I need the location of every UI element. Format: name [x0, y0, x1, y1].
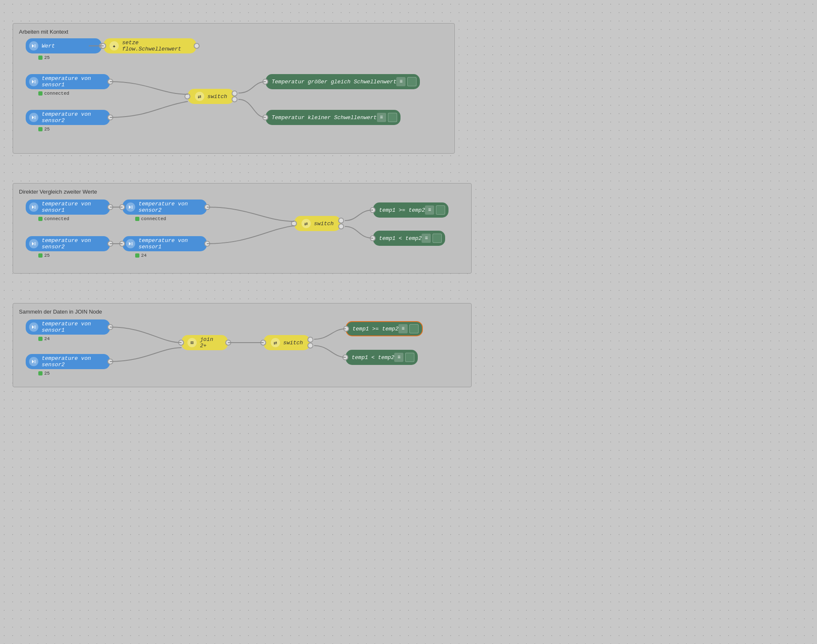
- switch1-label: switch: [208, 93, 227, 100]
- switch-g3[interactable]: ⇄ switch: [264, 335, 310, 350]
- join-icon: ⊞: [187, 338, 197, 347]
- inject-g2-dot4: [135, 253, 139, 258]
- join-port-left: [178, 340, 184, 346]
- inject-temp2-port-right: [107, 114, 113, 120]
- debug-g3-1[interactable]: temp1 >= temp2 ≡: [346, 321, 423, 336]
- switch-g2-port-right-top: [338, 218, 344, 224]
- debug-g3-2[interactable]: temp1 < temp2 ≡: [346, 350, 418, 365]
- inject-g2-status2: 25: [38, 253, 50, 258]
- debug2-menu[interactable]: ≡: [377, 113, 386, 122]
- debug1-port-left: [262, 79, 268, 85]
- inject-g2-label1: temperature von sensor1: [42, 201, 104, 213]
- inject-wert-status: 25: [38, 55, 50, 60]
- inject-temp2-label: temperature von sensor2: [42, 111, 104, 124]
- debug-g2-2-port-left: [370, 235, 376, 241]
- inject-g2-icon3: ⏯: [126, 202, 135, 212]
- debug-g3-1-label: temp1 >= temp2: [352, 326, 398, 332]
- inject-temp-sensor2[interactable]: ⏯ temperature von sensor2 25: [26, 110, 110, 125]
- debug-g2-1[interactable]: temp1 >= temp2 ≡: [373, 202, 449, 218]
- node-red-canvas: Arbeiten mit Kontext ⏯ Wert 25 ✦ setze f…: [0, 0, 817, 644]
- inject-icon: ⏯: [29, 41, 38, 51]
- inject-g2-sensor1[interactable]: ⏯ temperature von sensor1 connected: [26, 200, 110, 215]
- inject-wert[interactable]: ⏯ Wert 25: [26, 38, 101, 53]
- switch-g2-label: switch: [314, 221, 334, 227]
- inject-g2-sensor2-top[interactable]: ⏯ temperature von sensor2 connected: [123, 200, 207, 215]
- switch-g3-port-left: [260, 340, 266, 346]
- inject-g3-dot1: [38, 337, 43, 341]
- group3-title: Sammeln der Daten in JOIN Node: [19, 309, 465, 315]
- inject-g3-label2: temperature von sensor2: [42, 355, 104, 368]
- inject-g3-sensor2[interactable]: ⏯ temperature von sensor2 25: [26, 354, 110, 369]
- switch1-port-right-top: [232, 90, 238, 96]
- inject-g2-status4: 24: [135, 253, 147, 258]
- join-node[interactable]: ⊞ join 2+: [182, 335, 228, 350]
- inject-g2-dot3: [135, 217, 139, 221]
- inject-g3-dot2: [38, 371, 43, 375]
- inject-g3-label1: temperature von sensor1: [42, 321, 104, 333]
- inject-g3-port-right2: [107, 359, 113, 365]
- group3-wires: [13, 303, 471, 387]
- switch-g2-port-left: [291, 221, 297, 226]
- debug-g3-2-menu[interactable]: ≡: [394, 353, 403, 362]
- inject-temp2-status-dot: [38, 127, 43, 131]
- debug-g2-1-label: temp1 >= temp2: [379, 207, 425, 213]
- debug2-square: [388, 113, 397, 122]
- inject-icon3: ⏯: [29, 113, 38, 122]
- debug1-menu[interactable]: ≡: [396, 77, 406, 86]
- debug1-square: [407, 77, 417, 86]
- group-arbeiten-mit-kontext: Arbeiten mit Kontext ⏯ Wert 25 ✦ setze f…: [13, 23, 455, 154]
- switch-g3-icon: ⇄: [271, 338, 280, 347]
- inject-g2-port-right4: [204, 241, 210, 247]
- debug-temp-kleiner[interactable]: Temperatur kleiner Schwellenwert ≡: [266, 110, 400, 125]
- debug1-label: Temperatur größer gleich Schwellenwert: [272, 79, 396, 85]
- inject-g3-status2: 25: [38, 371, 50, 376]
- inject-g2-port-right2: [107, 241, 113, 247]
- debug-g3-1-menu[interactable]: ≡: [398, 324, 408, 333]
- debug-g2-1-port-left: [370, 207, 376, 213]
- change-port-right: [194, 43, 200, 49]
- switch-g2-port-right-bottom: [338, 224, 344, 229]
- inject-g2-dot1: [38, 217, 43, 221]
- join-label: join 2+: [200, 336, 222, 349]
- change-icon: ✦: [109, 41, 119, 51]
- inject-g2-sensor1-bot[interactable]: ⏯ temperature von sensor1 24: [123, 236, 207, 251]
- debug-temp-groesser[interactable]: Temperatur größer gleich Schwellenwert ≡: [266, 74, 420, 89]
- inject-g2-dot2: [38, 253, 43, 258]
- switch1-port-left: [184, 93, 190, 99]
- group-sammeln-join: Sammeln der Daten in JOIN Node ⏯ tempera…: [13, 303, 472, 387]
- inject-temp1-status-dot: [38, 91, 43, 96]
- inject-wert-status-dot: [38, 56, 43, 60]
- inject-g2-status3: connected: [135, 216, 166, 221]
- debug-g3-2-label: temp1 < temp2: [352, 354, 394, 361]
- inject-g3-sensor1[interactable]: ⏯ temperature von sensor1 24: [26, 319, 110, 335]
- debug-g2-1-menu[interactable]: ≡: [425, 205, 434, 215]
- inject-temp-sensor1[interactable]: ⏯ temperature von sensor1 connected: [26, 74, 110, 89]
- inject-temp1-label: temperature von sensor1: [42, 75, 104, 88]
- debug-g3-2-port-left: [342, 354, 348, 360]
- switch1-port-right-bottom: [232, 96, 238, 102]
- inject-g2-port-right1: [107, 204, 113, 210]
- change-schwellenwert[interactable]: ✦ setze flow.Schwellenwert: [104, 38, 196, 53]
- debug-g2-2-menu[interactable]: ≡: [422, 234, 431, 243]
- inject-g2-sensor2-bot[interactable]: ⏯ temperature von sensor2 25: [26, 236, 110, 251]
- inject-g2-port-left4: [119, 241, 125, 247]
- inject-g2-icon4: ⏯: [126, 239, 135, 248]
- debug-g2-2-square: [433, 234, 442, 243]
- inject-g2-label2: temperature von sensor2: [42, 237, 104, 250]
- switch-g2[interactable]: ⇄ switch: [294, 216, 341, 231]
- change-label: setze flow.Schwellenwert: [122, 40, 190, 52]
- inject-g2-status1: connected: [38, 216, 69, 221]
- inject-g2-label3: temperature von sensor2: [139, 201, 201, 213]
- inject-icon2: ⏯: [29, 77, 38, 86]
- inject-g2-port-right3: [204, 204, 210, 210]
- inject-g2-icon2: ⏯: [29, 239, 38, 248]
- inject-temp2-status: 25: [38, 127, 50, 132]
- debug-g2-2[interactable]: temp1 < temp2 ≡: [373, 231, 445, 246]
- debug2-port-left: [262, 114, 268, 120]
- inject-wert-label: Wert: [42, 43, 55, 49]
- switch-g3-label: switch: [283, 340, 303, 346]
- inject-g2-port-left3: [119, 204, 125, 210]
- switch-node1[interactable]: ⇄ switch: [188, 89, 234, 104]
- switch-g3-port-right-bottom: [307, 343, 313, 349]
- inject-g3-port-right1: [107, 324, 113, 330]
